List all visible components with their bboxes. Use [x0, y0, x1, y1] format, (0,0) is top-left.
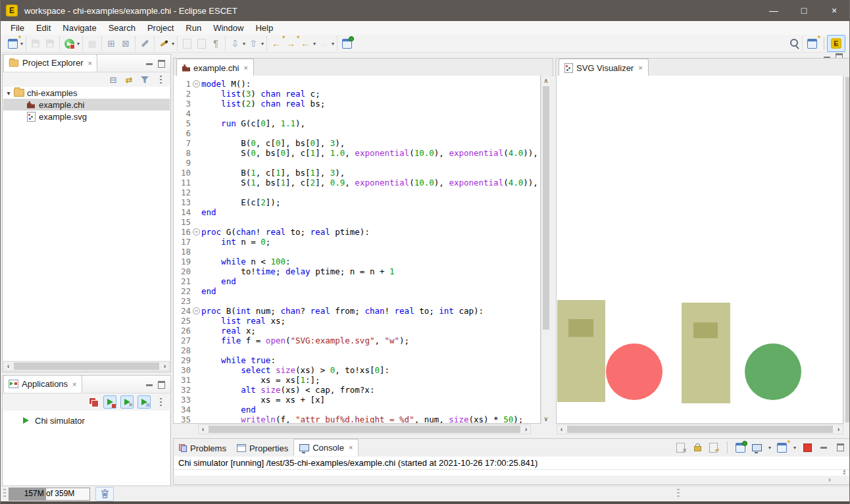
next-edit-location-button[interactable]: →* — [284, 37, 297, 50]
filter-button[interactable] — [139, 74, 151, 86]
minimize-icon[interactable] — [146, 384, 153, 386]
dropdown-arrow-icon[interactable]: ▾ — [243, 41, 245, 47]
drag-handle[interactable] — [677, 489, 680, 499]
fold-collapse-icon[interactable]: − — [193, 307, 200, 315]
project-tree[interactable]: ▾chi-examplesexample.chiexample.svg — [3, 87, 170, 361]
applications-list[interactable]: Chi simulator — [3, 411, 170, 485]
editor-vscrollbar[interactable]: ∧ ∨ — [541, 76, 551, 424]
scroll-left-icon[interactable]: ‹ — [557, 426, 566, 433]
display-console-button[interactable] — [751, 441, 763, 453]
highlight-brush-button[interactable] — [157, 37, 170, 50]
word-wrap-button[interactable]: ↵ — [708, 441, 720, 453]
auto-expand-toggle[interactable]: ⊞ — [138, 395, 151, 409]
menu-run[interactable]: Run — [180, 22, 207, 34]
svg-vscrollbar[interactable] — [843, 76, 850, 424]
terminate-button[interactable] — [801, 441, 813, 453]
scrollbar-thumb[interactable] — [209, 426, 520, 433]
tab-project-explorer[interactable]: Project Explorer × — [3, 54, 97, 72]
close-icon[interactable]: × — [88, 59, 91, 67]
search-button[interactable] — [788, 37, 801, 50]
project-explorer-hscrollbar[interactable]: ‹ › — [3, 361, 170, 371]
tab-applications[interactable]: Applications × — [3, 375, 82, 393]
close-icon[interactable]: × — [72, 380, 76, 388]
new-wizard-button[interactable]: * — [6, 37, 19, 50]
overflow-chevron-icon[interactable]: › — [828, 475, 831, 484]
view-menu-button[interactable] — [155, 74, 166, 86]
tree-item-example-svg[interactable]: example.svg — [3, 111, 170, 122]
fold-collapse-icon[interactable]: − — [193, 228, 200, 236]
menu-navigate[interactable]: Navigate — [57, 22, 102, 34]
expander-icon[interactable]: ▾ — [3, 89, 14, 97]
minimize-button[interactable]: — — [759, 0, 789, 21]
auto-terminate-toggle[interactable] — [103, 395, 116, 409]
last-edit-location-button[interactable]: ←* — [270, 37, 283, 50]
pin-console-button[interactable] — [735, 441, 747, 453]
minimize-view-button[interactable] — [818, 441, 830, 453]
pin-editor-button[interactable] — [340, 37, 353, 50]
dropdown-arrow-icon[interactable]: ▾ — [77, 41, 80, 47]
run-button[interactable]: ▶ — [63, 37, 76, 50]
console-hscroll-strip[interactable]: › — [174, 476, 849, 484]
maximize-icon[interactable] — [158, 60, 165, 68]
application-item[interactable]: Chi simulator — [3, 415, 170, 426]
escet-perspective-button[interactable]: E — [827, 35, 845, 52]
scroll-left-icon[interactable]: ‹ — [199, 426, 207, 433]
show-whitespace-button[interactable]: ¶ — [209, 37, 222, 50]
scroll-right-icon[interactable]: › — [161, 363, 169, 370]
dropdown-arrow-icon[interactable]: ▾ — [172, 41, 174, 47]
menu-help[interactable]: Help — [249, 22, 279, 34]
previous-annotation-button[interactable]: ⇧ — [247, 37, 260, 50]
dropdown-arrow-icon[interactable]: ▾ — [332, 41, 334, 47]
next-annotation-button[interactable]: ⇩ — [228, 37, 241, 50]
svg-hscrollbar[interactable]: ‹ › — [557, 424, 843, 434]
scrollbar-thumb[interactable] — [845, 77, 849, 422]
scroll-lock-button[interactable] — [691, 441, 703, 453]
close-icon[interactable]: × — [349, 443, 353, 451]
dropdown-arrow-icon[interactable]: ▾ — [793, 445, 796, 451]
editor-hscrollbar[interactable]: ‹ › — [198, 424, 531, 434]
back-button[interactable]: ← — [299, 37, 312, 50]
tab-console[interactable]: Console× — [293, 439, 359, 456]
maximize-button[interactable]: □ — [789, 0, 819, 21]
dropdown-arrow-icon[interactable]: ▾ — [768, 445, 771, 451]
expand-all-button[interactable]: ⊞ — [105, 37, 118, 50]
wrench-button[interactable] — [138, 37, 151, 50]
scrollbar-thumb[interactable] — [543, 86, 549, 330]
collapse-all-edit-button[interactable]: ⊠ — [119, 37, 132, 50]
scroll-right-icon[interactable]: › — [834, 426, 843, 433]
scroll-up-icon[interactable]: ∧ — [541, 77, 551, 84]
scroll-left-icon[interactable]: ‹ — [4, 363, 12, 370]
collapse-all-button[interactable]: ⊟ — [107, 74, 119, 86]
maximize-icon[interactable] — [158, 381, 165, 389]
maximize-view-button[interactable] — [834, 441, 846, 453]
close-icon[interactable]: × — [638, 64, 642, 72]
scrollbar-thumb[interactable] — [567, 426, 833, 433]
console-resize-widget[interactable]: ▴▾ — [843, 468, 845, 475]
scroll-down-icon[interactable]: ∨ — [541, 415, 551, 422]
tree-item-example-chi[interactable]: example.chi — [3, 99, 170, 111]
link-with-editor-button[interactable]: ⇄ — [123, 74, 135, 86]
open-perspective-button[interactable]: * — [805, 37, 818, 50]
tab-example-chi[interactable]: example.chi × — [176, 59, 254, 76]
view-menu-button[interactable] — [155, 396, 166, 408]
drag-handle[interactable] — [3, 489, 6, 499]
menu-edit[interactable]: Edit — [30, 22, 57, 34]
open-console-button[interactable]: * — [776, 441, 788, 453]
close-button[interactable]: × — [819, 0, 849, 21]
run-garbage-collector-button[interactable] — [95, 487, 114, 501]
scrollbar-thumb[interactable] — [14, 363, 159, 370]
tab-problems[interactable]: Problems — [174, 440, 232, 456]
menu-project[interactable]: Project — [141, 22, 180, 34]
tree-item-project[interactable]: ▾chi-examples — [3, 87, 170, 99]
minimize-icon[interactable] — [146, 63, 153, 65]
clear-console-button[interactable]: ✕ — [675, 441, 687, 453]
close-icon[interactable]: × — [243, 64, 247, 72]
terminate-all-button[interactable] — [88, 396, 99, 408]
scroll-right-icon[interactable]: › — [522, 426, 530, 433]
fold-collapse-icon[interactable]: − — [193, 80, 200, 88]
menu-window[interactable]: Window — [207, 22, 249, 34]
tab-properties[interactable]: Properties — [232, 440, 293, 456]
menu-search[interactable]: Search — [103, 22, 141, 34]
console-output[interactable]: Chi simulator [running] /test/35-chi-exa… — [174, 457, 849, 484]
dropdown-arrow-icon[interactable]: ▾ — [261, 41, 264, 47]
